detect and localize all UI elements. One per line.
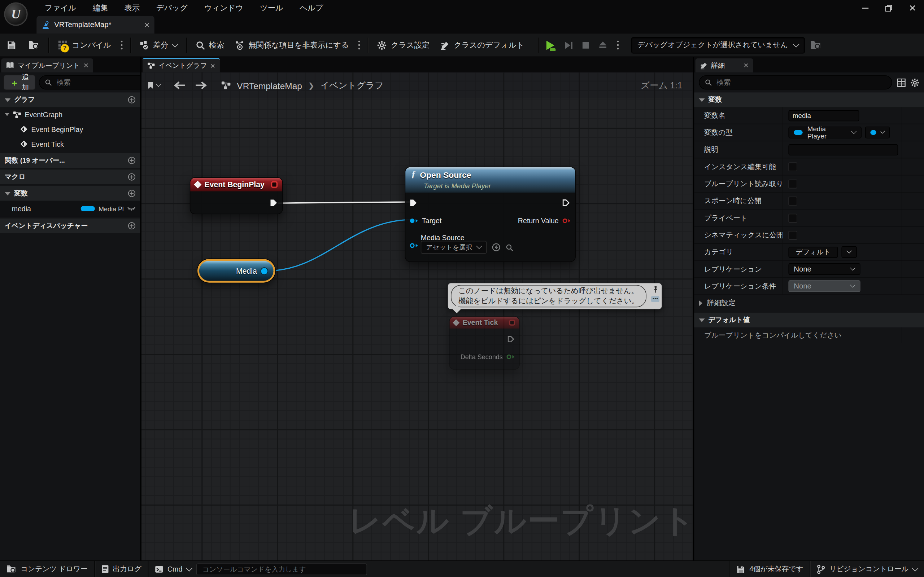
compile-button[interactable]: ? コンパイル [52, 36, 116, 54]
asset-tab-vrtemplatemap[interactable]: VRTemplateMap* [36, 16, 155, 34]
display-filter-table-icon[interactable] [897, 78, 906, 87]
play-vr-button[interactable] [542, 36, 559, 54]
blueprint-graph-canvas[interactable]: VRTemplateMap ❯ イベントグラフ ズーム 1:1 Event Be… [142, 73, 693, 561]
console-command-field[interactable] [196, 563, 367, 575]
menu-item-edit[interactable]: 編集 [84, 0, 116, 16]
exec-out-pin[interactable] [507, 336, 515, 343]
asset-select-dropdown[interactable]: アセットを選択 [421, 241, 487, 254]
hide-unrelated-options-kebab[interactable] [354, 41, 364, 49]
description-input[interactable] [788, 144, 898, 155]
media-output-pin[interactable] [261, 268, 267, 274]
add-dispatcher-icon[interactable] [128, 222, 135, 230]
replication-dropdown[interactable]: None [788, 263, 860, 275]
instance-editable-checkbox[interactable] [788, 162, 797, 171]
save-button[interactable] [0, 36, 23, 54]
menu-item-help[interactable]: ヘルプ [291, 0, 331, 16]
eye-closed-icon[interactable] [128, 206, 136, 211]
add-variable-icon[interactable] [128, 190, 135, 197]
exec-out-pin[interactable] [270, 199, 278, 206]
return-value-pin[interactable] [562, 218, 571, 224]
browse-asset-button[interactable] [23, 36, 45, 54]
menu-item-view[interactable]: 表示 [116, 0, 148, 16]
restore-icon[interactable] [877, 0, 900, 16]
advanced-settings-expander[interactable]: 詳細設定 [694, 295, 924, 311]
variable-section-header[interactable]: 変数 [694, 92, 924, 107]
category-dropdown-button[interactable] [842, 246, 856, 258]
details-search[interactable] [699, 76, 892, 89]
tree-item-event-beginplay[interactable]: Event BeginPlay [0, 122, 141, 137]
delegate-pin-icon[interactable] [271, 181, 278, 188]
unreal-engine-logo-icon[interactable]: U [4, 3, 27, 26]
variable-type-dropdown[interactable]: Media Player [788, 127, 861, 139]
my-blueprint-search-input[interactable] [55, 78, 140, 87]
browse-debug-object-button[interactable] [805, 36, 827, 54]
close-tab-icon[interactable] [144, 22, 150, 27]
collapse-arrow-icon[interactable] [5, 98, 10, 102]
details-settings-gear-icon[interactable] [910, 78, 919, 87]
macros-section-header[interactable]: マクロ [0, 169, 141, 184]
return-value-pin-row[interactable]: Return Value [518, 217, 571, 225]
console-command-input[interactable] [201, 565, 362, 574]
tree-item-event-tick[interactable]: Event Tick [0, 137, 141, 152]
compile-options-kebab[interactable] [116, 41, 127, 49]
event-graph-tab[interactable]: イベントグラフ [142, 58, 220, 73]
variable-row-media[interactable]: media Media Pl [0, 201, 141, 217]
variable-name-input[interactable] [788, 110, 859, 121]
graphs-section-header[interactable]: グラフ [0, 92, 141, 107]
add-graph-icon[interactable] [128, 96, 135, 103]
node-event-tick[interactable]: Event Tick Delta Seconds [449, 316, 520, 370]
class-settings-button[interactable]: クラス設定 [372, 36, 435, 54]
menu-item-window[interactable]: ウィンドウ [196, 0, 252, 16]
close-panel-icon[interactable] [83, 63, 88, 68]
delta-seconds-pin[interactable] [506, 354, 515, 359]
media-source-pin[interactable] [410, 243, 418, 248]
debug-object-dropdown[interactable]: デバッグオブジェクトが選択されていません [631, 37, 805, 53]
browse-asset-icon[interactable] [506, 243, 513, 251]
breadcrumb-root[interactable]: VRTemplateMap [237, 81, 302, 90]
blueprint-readonly-checkbox[interactable] [788, 179, 797, 188]
eject-button[interactable] [595, 36, 611, 54]
variables-section-header[interactable]: 変数 [0, 186, 141, 201]
my-blueprint-tab[interactable]: マイブループリント [1, 58, 93, 73]
exec-out-pin[interactable] [562, 199, 570, 206]
collapse-arrow-icon[interactable] [5, 192, 10, 195]
category-input[interactable] [788, 246, 838, 258]
stop-button[interactable] [578, 36, 593, 54]
content-drawer-button[interactable]: コンテンツ ドロワー [0, 561, 94, 577]
minimize-icon[interactable] [853, 0, 877, 16]
collapse-arrow-icon[interactable] [5, 113, 10, 116]
close-panel-icon[interactable] [743, 63, 748, 68]
expand-arrow-icon[interactable] [699, 300, 703, 306]
target-pin[interactable] [410, 218, 418, 224]
menu-item-file[interactable]: ファイル [36, 0, 84, 16]
pushpin-icon[interactable] [653, 285, 659, 293]
diff-button[interactable]: 差分 [134, 36, 182, 54]
exec-in-pin[interactable] [410, 199, 417, 206]
node-open-source[interactable]: ƒ Open Source Target is Media Player Tar… [405, 167, 576, 262]
container-type-dropdown[interactable] [865, 127, 890, 139]
frame-skip-button[interactable] [561, 36, 576, 54]
output-log-button[interactable]: 出力ログ [95, 561, 148, 577]
close-tab-icon[interactable] [210, 63, 215, 68]
add-function-icon[interactable] [128, 156, 135, 164]
collapse-arrow-icon[interactable] [699, 98, 704, 102]
breadcrumb-current[interactable]: イベントグラフ [320, 80, 383, 91]
class-defaults-button[interactable]: クラスのデフォルト [435, 36, 530, 54]
nav-forward-icon[interactable] [195, 81, 207, 89]
play-options-kebab[interactable] [613, 41, 623, 49]
default-value-section-header[interactable]: デフォルト値 [694, 313, 924, 327]
use-selected-asset-icon[interactable] [492, 243, 501, 251]
bookmarks-button[interactable] [147, 81, 161, 89]
functions-section-header[interactable]: 関数 (19 オーバー... [0, 153, 141, 168]
collapse-arrow-icon[interactable] [699, 318, 704, 322]
node-media-variable[interactable]: Media [197, 259, 275, 282]
unsaved-assets-button[interactable]: 4個が未保存です [729, 561, 810, 577]
my-blueprint-search[interactable] [39, 76, 141, 89]
add-button[interactable]: ＋ 追加 [3, 75, 36, 90]
target-pin-row[interactable]: Target [410, 217, 442, 225]
tree-item-eventgraph[interactable]: EventGraph [0, 107, 141, 122]
nav-back-icon[interactable] [174, 81, 186, 89]
menu-item-tools[interactable]: ツール [252, 0, 291, 16]
expose-to-cinematics-checkbox[interactable] [788, 230, 797, 239]
delegate-pin-icon[interactable] [509, 320, 515, 326]
